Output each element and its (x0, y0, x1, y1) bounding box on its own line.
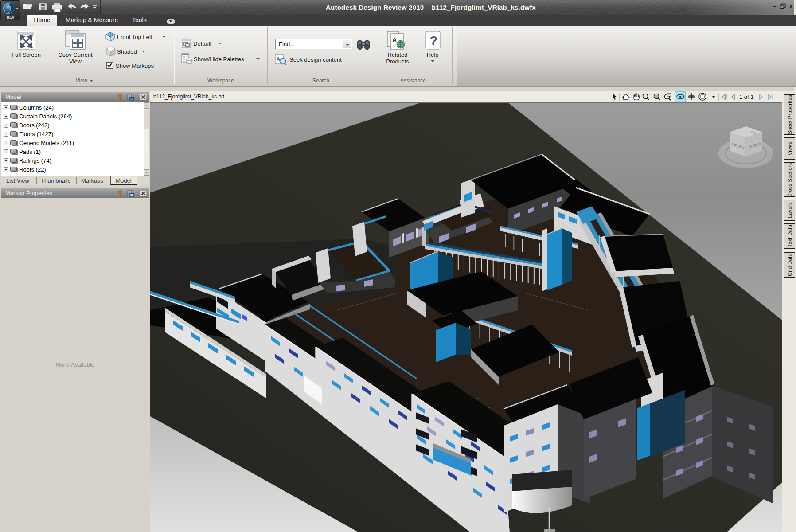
svg-text:1 of 1: 1 of 1 (739, 94, 754, 100)
svg-text:REV: REV (7, 15, 15, 20)
svg-text:A: A (392, 36, 397, 43)
svg-text:E: E (771, 154, 775, 161)
svg-text:?: ? (429, 33, 437, 48)
svg-text:S: S (714, 160, 718, 167)
svg-text:+: + (649, 92, 651, 96)
